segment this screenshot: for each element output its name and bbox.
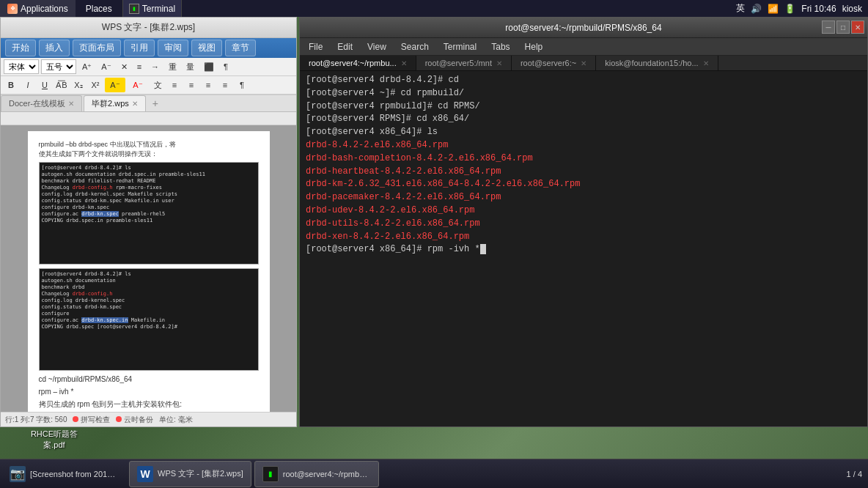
term-tab-server6-close[interactable]: ✕	[581, 59, 586, 67]
term-tab-server6[interactable]: root@server6:~ ✕	[512, 56, 596, 70]
bold-btn[interactable]: B	[4, 78, 18, 92]
term-close-btn[interactable]: ✕	[851, 21, 864, 34]
wps-ribbon-section[interactable]: 章节	[225, 40, 256, 56]
term-menu-file[interactable]: File	[303, 40, 328, 53]
term-menu-bar: File Edit View Search Terminal Tabs Help	[300, 38, 867, 56]
terminal-taskbar-icon: ▮	[262, 466, 279, 482]
term-tab-kiosk-close[interactable]: ✕	[703, 59, 709, 67]
taskbar-screenshot[interactable]: 📷 [Screenshot from 2017-02-16 ...	[1, 461, 126, 487]
terminal-topbar-item[interactable]: ▮ Terminal	[122, 0, 182, 17]
term-tab-server4[interactable]: root@server4:~/rpmbu... ✕	[300, 56, 416, 70]
network-icon: 📶	[768, 4, 779, 14]
wps-window: WPS 文字 - [集群2.wps] 开始 插入 页面布局 引用 审阅 视图 章…	[0, 17, 297, 427]
font-selector[interactable]: 宋体	[4, 59, 39, 74]
term-menu-terminal[interactable]: Terminal	[438, 40, 482, 53]
taskbar-terminal-label: root@server4:~/rpmbuild/RPMS/...	[283, 470, 371, 478]
doc-desc: 拷贝生成的 rpm 包到另一主机并安装软件包:	[39, 399, 259, 410]
places-label: Places	[86, 4, 112, 14]
taskbar-terminal[interactable]: ▮ root@server4:~/rpmbuild/RPMS/...	[254, 461, 379, 487]
align-justify-btn[interactable]: ≡	[218, 78, 232, 92]
spacing-btn[interactable]: 量	[183, 60, 198, 74]
term-cursor	[480, 244, 486, 254]
strikethrough-btn[interactable]: A͞B	[54, 78, 69, 92]
page-indicator: 1 / 4	[847, 470, 862, 478]
superscript-btn[interactable]: X²	[88, 78, 103, 92]
term-menu-edit[interactable]: Edit	[331, 40, 358, 53]
term-tabs: root@server4:~/rpmbu... ✕ root@server5:/…	[300, 56, 867, 71]
term-tab-server5[interactable]: root@server5:/mnt ✕	[416, 56, 512, 70]
doc-cmd2: rpm – ivh *	[39, 387, 259, 397]
terminal-window: root@server4:~/rpmbuild/RPMS/x86_64 ─ □ …	[299, 17, 868, 427]
user-label: kiosk	[842, 4, 862, 14]
doc-tab-docer[interactable]: Docer-在线模板 ✕	[1, 95, 82, 111]
underline-btn[interactable]: U	[37, 78, 52, 92]
wps-ribbon-layout[interactable]: 页面布局	[73, 40, 121, 56]
align-center-btn[interactable]: ≡	[184, 78, 199, 92]
screenshot-taskbar-icon: 📷	[10, 466, 26, 482]
term-line-11: drbd-udev-8.4.2-2.el6.x86_64.rpm	[306, 204, 861, 217]
term-tab-kiosk[interactable]: kiosk@foundation15:/ho... ✕	[596, 56, 718, 70]
para-format-btn[interactable]: ¶	[235, 78, 249, 92]
subscript-btn[interactable]: X₂	[71, 78, 86, 92]
term-maximize-btn[interactable]: □	[836, 21, 850, 34]
wps-ribbon-insert[interactable]: 插入	[39, 40, 70, 56]
align-btn[interactable]: 重	[165, 60, 180, 74]
wps-ribbon: 开始 插入 页面布局 引用 审阅 视图 章节	[1, 38, 296, 58]
taskbar: 📷 [Screenshot from 2017-02-16 ... W WPS …	[0, 459, 868, 488]
clear-format-btn[interactable]: ✕	[117, 61, 131, 73]
wps-ribbon-view[interactable]: 视图	[191, 40, 222, 56]
places-menu[interactable]: Places	[78, 0, 119, 17]
font-grow-btn[interactable]: A⁺	[78, 61, 95, 73]
desktop: ❖ Applications Places ▮ Terminal 英 🔊 📶 🔋…	[0, 0, 868, 488]
font-shrink-btn[interactable]: A⁻	[98, 61, 114, 73]
terminal-topbar-label: Terminal	[142, 4, 175, 14]
doc-tab-docer-close[interactable]: ✕	[68, 100, 74, 108]
font-size-selector[interactable]: 五号	[41, 59, 76, 74]
terminal-topbar-icon: ▮	[129, 4, 139, 14]
term-minimize-btn[interactable]: ─	[822, 21, 835, 34]
wps-unit: 单位: 毫米	[159, 415, 193, 425]
indent-btn[interactable]: →	[147, 61, 163, 73]
top-bar-left: ❖ Applications Places ▮ Terminal	[0, 0, 182, 17]
term-tab-server6-label: root@server6:~	[521, 59, 576, 67]
list-btn[interactable]: ≡	[133, 61, 145, 73]
doc-page[interactable]: rpmbuild –bb drbd-spec 中出现以下情况后，将使其生成如下两…	[28, 131, 270, 412]
taskbar-wps[interactable]: W WPS 文字 - [集群2.wps]	[129, 461, 251, 487]
doc-screenshot-2: [root@server4 drbd-8.4.2]# ls autogen.sh…	[39, 268, 259, 371]
para-btn[interactable]: ¶	[220, 61, 232, 73]
term-menu-view[interactable]: View	[361, 40, 392, 53]
align-left-btn[interactable]: ≡	[167, 78, 182, 92]
term-menu-tabs[interactable]: Tabs	[485, 40, 515, 53]
term-tab-server4-close[interactable]: ✕	[401, 59, 407, 67]
wps-ribbon-ref[interactable]: 引用	[124, 40, 155, 56]
term-line-2: [root@server4 ~]# cd rpmbuild/	[306, 87, 861, 100]
term-line-13: drbd-xen-8.4.2-2.el6.x86_64.rpm	[306, 231, 861, 243]
mini-term-1: [root@server4 drbd-8.4.2]# ls autogen.sh…	[40, 163, 258, 264]
wps-ribbon-review[interactable]: 审阅	[158, 40, 188, 56]
term-content[interactable]: [root@server4 drbd-8.4.2]# cd [root@serv…	[300, 71, 867, 426]
new-tab-btn[interactable]: +	[147, 95, 163, 111]
doc-tab-main[interactable]: 毕群2.wps ✕	[84, 95, 146, 111]
wps-cloud-save[interactable]: 云时备份	[116, 415, 153, 425]
doc-tab-main-close[interactable]: ✕	[132, 100, 138, 108]
wps-ribbon-start[interactable]: 开始	[5, 40, 36, 56]
term-win-controls: ─ □ ✕	[822, 21, 864, 34]
language-indicator: 英	[736, 2, 745, 15]
mini-term-2: [root@server4 drbd-8.4.2]# ls autogen.sh…	[40, 269, 258, 370]
doc-tab-main-label: 毕群2.wps	[92, 98, 129, 109]
font-color-btn[interactable]: A⁻	[128, 78, 148, 92]
wenyazi-btn[interactable]: 文	[150, 78, 165, 92]
term-tab-kiosk-label: kiosk@foundation15:/ho...	[605, 59, 698, 67]
italic-btn[interactable]: I	[21, 78, 35, 92]
applications-menu[interactable]: ❖ Applications	[0, 0, 76, 17]
term-line-3: [root@server4 rpmbuild]# cd RPMS/	[306, 100, 861, 113]
doc-tab-docer-label: Docer-在线模板	[9, 98, 65, 109]
term-menu-search[interactable]: Search	[395, 40, 435, 53]
doc-tabs: Docer-在线模板 ✕ 毕群2.wps ✕ +	[1, 95, 296, 112]
wps-spell-check[interactable]: 拼写检查	[73, 415, 110, 425]
border-btn[interactable]: ⬛	[200, 61, 218, 73]
highlight-btn[interactable]: A⁻	[105, 78, 125, 92]
align-right-btn[interactable]: ≡	[201, 78, 216, 92]
term-tab-server5-close[interactable]: ✕	[496, 59, 502, 67]
term-menu-help[interactable]: Help	[519, 40, 549, 53]
